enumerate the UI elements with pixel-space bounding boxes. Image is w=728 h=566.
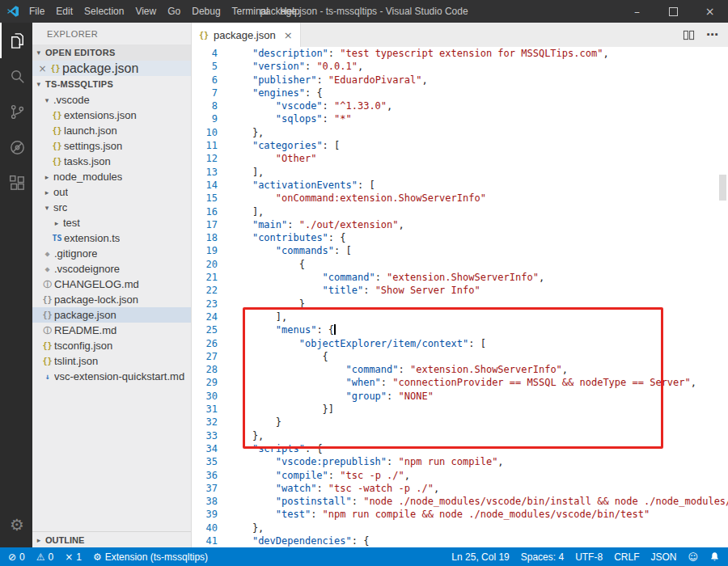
tree-item-.gitignore[interactable]: ◆.gitignore <box>32 246 191 261</box>
close-icon[interactable]: × <box>36 63 49 74</box>
code-line-17[interactable]: "main": "./out/extension", <box>229 218 728 231</box>
status-language-mode[interactable]: JSON <box>650 551 676 563</box>
menu-help[interactable]: Help <box>274 0 306 23</box>
activity-item-search[interactable] <box>0 58 32 94</box>
tree-item-.vscode[interactable]: ▾.vscode <box>32 92 191 108</box>
activity-item-source-control[interactable] <box>0 94 32 129</box>
status-debug-target[interactable]: ⚙Extension (ts-mssqltips) <box>93 551 208 563</box>
outline-header[interactable]: ▸ OUTLINE <box>32 531 191 547</box>
tree-item-tslint.json[interactable]: {}tslint.json <box>32 353 191 369</box>
tree-item-tsconfig.json[interactable]: {}tsconfig.json <box>32 338 191 353</box>
code-line-24[interactable]: ], <box>229 310 728 323</box>
open-editors-header[interactable]: ▾ OPEN EDITORS <box>32 44 191 61</box>
status-notifications[interactable] <box>709 551 720 562</box>
more-actions-icon[interactable]: ⋯ <box>706 27 718 42</box>
code-line-37[interactable]: "watch": "tsc -watch -p ./", <box>229 482 728 495</box>
code-line-10[interactable]: }, <box>229 126 728 139</box>
code-line-41[interactable]: "devDependencies": { <box>229 534 728 547</box>
status-encoding[interactable]: UTF-8 <box>575 551 603 563</box>
tree-item-settings.json[interactable]: {}settings.json <box>32 138 191 154</box>
folder-section-header[interactable]: ▾ TS-MSSQLTIPS <box>32 76 191 92</box>
tree-item-.vscodeignore[interactable]: ◆.vscodeignore <box>32 261 191 277</box>
code-line-28[interactable]: "command": "extension.ShowServerInfo", <box>229 363 728 376</box>
activity-item-explorer[interactable] <box>0 23 32 58</box>
code-line-11[interactable]: "categories": [ <box>229 139 728 152</box>
code-line-26[interactable]: "objectExplorer/item/context": [ <box>229 337 728 350</box>
code-line-16[interactable]: ], <box>229 205 728 218</box>
minimize-icon[interactable]: – <box>619 0 655 23</box>
code-line-36[interactable]: "compile": "tsc -p ./", <box>229 469 728 482</box>
tree-item-tasks.json[interactable]: {}tasks.json <box>32 154 191 169</box>
code-line-9[interactable]: "sqlops": "*" <box>229 112 728 125</box>
tree-item-node_modules[interactable]: ▸node_modules <box>32 169 191 184</box>
scrollbar-thumb[interactable] <box>719 175 726 201</box>
status-indentation[interactable]: Spaces: 4 <box>521 551 564 563</box>
status-feedback[interactable]: ☺ <box>688 551 698 563</box>
tree-item-README.md[interactable]: ⓘREADME.md <box>32 323 191 338</box>
menu-edit[interactable]: Edit <box>50 0 78 23</box>
code-line-39[interactable]: "test": "npm run compile && node ./node_… <box>229 508 728 521</box>
code-line-35[interactable]: "vscode:prepublish": "npm run compile", <box>229 455 728 468</box>
code-line-18[interactable]: "contributes": { <box>229 231 728 244</box>
code-line-6[interactable]: "publisher": "EduardoPivaral", <box>229 74 728 87</box>
code-line-14[interactable]: "activationEvents": [ <box>229 179 728 192</box>
activity-item-extensions[interactable] <box>0 165 32 201</box>
code-line-23[interactable]: } <box>229 298 728 310</box>
tree-item-extension.ts[interactable]: TSextension.ts <box>32 230 191 246</box>
tree-item-package-lock.json[interactable]: {}package-lock.json <box>32 292 191 307</box>
menu-go[interactable]: Go <box>162 0 186 23</box>
tab-close-icon[interactable]: × <box>284 29 293 41</box>
menu-terminal[interactable]: Terminal <box>226 0 274 23</box>
code-line-29[interactable]: "when": "connectionProvider == MSSQL && … <box>229 376 728 389</box>
code-line-40[interactable]: }, <box>229 522 728 534</box>
activity-item-settings-gear[interactable]: ⚙ <box>0 507 32 543</box>
split-editor-icon[interactable] <box>683 29 695 41</box>
menu-file[interactable]: File <box>23 0 50 23</box>
status-eol[interactable]: CRLF <box>614 551 639 563</box>
status-problems-errors[interactable]: ⊘0 <box>8 551 25 563</box>
tree-item-src[interactable]: ▾src <box>32 200 191 215</box>
code-line-34[interactable]: "scripts": { <box>229 442 728 455</box>
error-circle-icon: ⊘ <box>8 551 16 563</box>
tree-item-out[interactable]: ▸out <box>32 184 191 200</box>
status-cursor-position[interactable]: Ln 25, Col 19 <box>451 551 509 563</box>
tree-item-extensions.json[interactable]: {}extensions.json <box>32 108 191 123</box>
status-problems-warnings[interactable]: ⚠0 <box>36 551 53 563</box>
code-line-5[interactable]: "version": "0.0.1", <box>229 60 728 73</box>
open-editor-package.json[interactable]: ×{}package.json <box>32 61 191 76</box>
menu-view[interactable]: View <box>129 0 162 23</box>
code-line-33[interactable]: }, <box>229 429 728 442</box>
code-line-4[interactable]: "description": "test typescript extensio… <box>229 47 728 60</box>
maximize-icon[interactable] <box>655 0 692 23</box>
code-content[interactable]: "description": "test typescript extensio… <box>229 47 728 547</box>
code-line-20[interactable]: { <box>229 258 728 271</box>
code-line-30[interactable]: "group": "NONE" <box>229 390 728 403</box>
code-line-7[interactable]: "engines": { <box>229 87 728 99</box>
code-line-31[interactable]: }] <box>229 403 728 416</box>
tree-item-test[interactable]: ▸test <box>32 215 191 230</box>
tree-item-package.json[interactable]: {}package.json <box>32 307 191 323</box>
code-line-15[interactable]: "onCommand:extension.ShowServerInfo" <box>229 192 728 205</box>
code-line-13[interactable]: ], <box>229 166 728 179</box>
tree-item-vsc-extension-quickstart.md[interactable]: ↓vsc-extension-quickstart.md <box>32 369 191 384</box>
code-editor[interactable]: 4567891011121314151617181920212223242526… <box>192 47 728 547</box>
close-window-icon[interactable]: × <box>692 0 728 23</box>
menu-debug[interactable]: Debug <box>186 0 226 23</box>
status-close-count[interactable]: ×1 <box>65 551 82 563</box>
editor-gutter[interactable]: 4567891011121314151617181920212223242526… <box>192 47 229 547</box>
code-line-25[interactable]: "menus": { <box>229 323 728 336</box>
code-line-38[interactable]: "postinstall": "node ./node_modules/vsco… <box>229 495 728 508</box>
tree-item-launch.json[interactable]: {}launch.json <box>32 123 191 138</box>
menu-selection[interactable]: Selection <box>78 0 129 23</box>
code-line-21[interactable]: "command": "extension.ShowServerInfo", <box>229 271 728 284</box>
code-line-27[interactable]: { <box>229 350 728 363</box>
open-editors-list: ×{}package.json <box>32 61 191 76</box>
tab-package-json[interactable]: {} package.json × <box>192 23 301 47</box>
tree-item-CHANGELOG.md[interactable]: ⓘCHANGELOG.md <box>32 277 191 292</box>
code-line-19[interactable]: "commands": [ <box>229 244 728 257</box>
code-line-22[interactable]: "title": "Show Server Info" <box>229 284 728 297</box>
activity-item-debug[interactable] <box>0 129 32 165</box>
code-line-32[interactable]: } <box>229 416 728 429</box>
code-line-12[interactable]: "Other" <box>229 152 728 165</box>
code-line-8[interactable]: "vscode": "^1.33.0", <box>229 99 728 112</box>
